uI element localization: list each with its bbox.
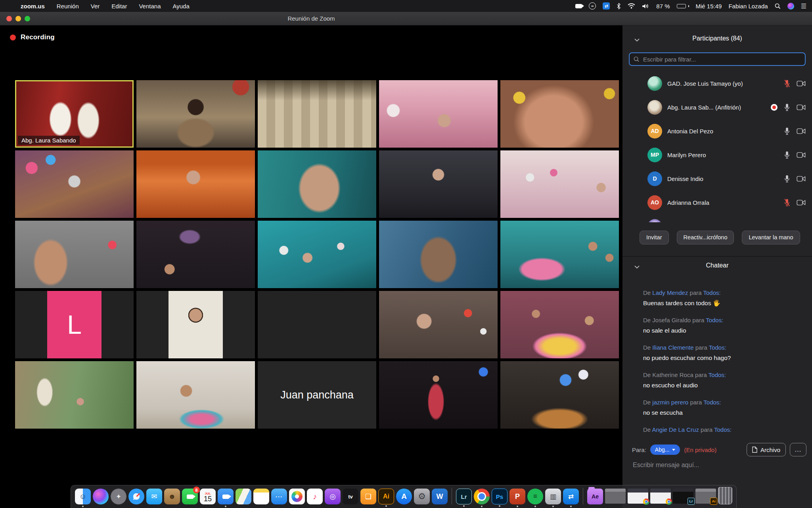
video-tile[interactable] [136, 150, 255, 218]
dock-zoom-icon[interactable] [218, 489, 234, 504]
dock-spotify-icon[interactable]: ≡ [527, 489, 543, 504]
dock-music-icon[interactable]: ♪ [307, 489, 323, 504]
collapse-participants-chevron-icon[interactable] [634, 36, 640, 43]
menu-clock[interactable]: Mié 15:49 [696, 3, 722, 10]
video-tile-laura-sabando[interactable]: Abg. Laura Sabando [15, 80, 134, 148]
dock-notes-icon[interactable] [253, 489, 269, 504]
menu-item-ventana[interactable]: Ventana [139, 3, 161, 10]
dock-teamviewer-icon[interactable]: ⇄ [563, 489, 579, 504]
dock-messages-icon[interactable]: ··· [271, 489, 287, 504]
dock-safari-icon[interactable] [128, 489, 144, 504]
creative-cloud-icon[interactable]: ∞ [589, 2, 596, 10]
dock-minimized-window-illustrator[interactable]: Ai [695, 489, 716, 504]
dock-minimized-window-chrome[interactable] [628, 489, 648, 504]
menu-item-ayuda[interactable]: Ayuda [173, 3, 190, 10]
video-tile[interactable] [258, 80, 376, 148]
spotlight-search-icon[interactable] [775, 3, 781, 9]
video-tile[interactable] [136, 221, 255, 288]
chat-input-area[interactable] [632, 461, 804, 469]
dock-minimized-window-lightroom[interactable]: Lr [673, 489, 693, 504]
dock-siri-icon[interactable] [93, 489, 109, 504]
dock-photos-icon[interactable] [289, 489, 305, 504]
volume-icon[interactable] [642, 3, 649, 9]
filter-participants-input[interactable] [642, 56, 801, 63]
video-tile[interactable] [258, 150, 376, 218]
dock-facetime-icon[interactable]: 8 [182, 489, 198, 504]
dock-minimized-window[interactable] [605, 489, 626, 504]
dock-maps-icon[interactable] [236, 489, 251, 504]
dock-launchpad-icon[interactable]: ✦ [111, 489, 126, 504]
participant-row-partial[interactable] [622, 214, 812, 222]
menu-user-name[interactable]: Fabian Lozada [728, 3, 768, 10]
video-tile[interactable] [258, 221, 376, 288]
dock-lightroom-icon[interactable]: Lr [456, 489, 472, 504]
notification-center-icon[interactable]: ☰ [801, 2, 806, 10]
video-tile-empty[interactable] [258, 291, 376, 358]
video-tile[interactable] [136, 291, 255, 358]
dock-contacts-icon[interactable]: ☻ [164, 489, 180, 504]
video-tile[interactable] [136, 361, 255, 429]
dock-calendar-icon[interactable]: JUL15 [200, 489, 216, 504]
dock-minimized-window-chrome[interactable] [650, 489, 671, 504]
invite-button[interactable]: Invitar [640, 231, 669, 244]
participant-row[interactable]: Abg. Laura Sab... (Anfitrión) [622, 95, 812, 119]
dock-apple-tv-icon[interactable]: tv [343, 489, 358, 504]
dock-disk-drill-icon[interactable]: ▥ [545, 489, 561, 504]
video-tile[interactable] [500, 80, 619, 148]
video-tile[interactable] [15, 221, 134, 288]
participant-row[interactable]: MP Marilyn Perero [622, 143, 812, 167]
siri-icon[interactable] [787, 3, 794, 10]
bluetooth-icon[interactable] [617, 3, 621, 10]
participants-header: Participantes (84) [622, 35, 812, 42]
recording-dot-icon [10, 35, 16, 40]
video-tile-letter-avatar[interactable]: L [15, 291, 134, 358]
participant-row[interactable]: AD Antonia Del Pezo [622, 119, 812, 143]
video-tile[interactable] [379, 291, 498, 358]
participant-row[interactable]: D Denisse Indio [622, 167, 812, 190]
dock-powerpoint-icon[interactable]: P [509, 489, 525, 504]
dock-books-icon[interactable]: ❏ [360, 489, 376, 504]
dock-illustrator-icon[interactable]: Ai [378, 489, 394, 504]
dock-mail-icon[interactable]: ✉ [146, 489, 162, 504]
video-tile[interactable] [379, 361, 498, 429]
send-file-button[interactable]: Archivo [747, 443, 786, 456]
collapse-chat-chevron-icon[interactable] [634, 263, 640, 270]
video-tile[interactable] [500, 361, 619, 429]
participant-row[interactable]: AO Adrianna Orrala [622, 190, 812, 214]
dock-chrome-icon[interactable] [474, 489, 490, 504]
video-tile[interactable] [15, 361, 134, 429]
more-options-button[interactable]: ... [790, 443, 806, 456]
video-tile[interactable] [15, 150, 134, 218]
teamviewer-status-icon[interactable]: ⇄ [603, 2, 610, 10]
dock-podcasts-icon[interactable]: ◎ [325, 489, 341, 504]
menu-item-reunion[interactable]: Reunión [57, 3, 79, 10]
zoom-camera-status-icon[interactable] [575, 4, 582, 8]
video-tile[interactable] [500, 221, 619, 288]
video-tile-juan-panchana[interactable]: Juan panchana [258, 361, 376, 429]
video-tile[interactable] [379, 80, 498, 148]
chat-message-input[interactable] [632, 461, 806, 469]
dock-after-effects-folder-icon[interactable]: Ae [587, 489, 603, 504]
recipient-dropdown[interactable]: Abg... [650, 444, 680, 455]
participant-row[interactable]: GAD. Jose Luis Tamayo (yo) [622, 71, 812, 95]
unmute-mic-button[interactable]: Reactiv...icrófono [677, 231, 734, 244]
menu-app-name[interactable]: zoom.us [21, 3, 45, 10]
video-tile[interactable] [136, 80, 255, 148]
wifi-icon[interactable] [628, 3, 635, 9]
video-tile[interactable] [379, 221, 498, 288]
raise-hand-button[interactable]: Levantar la mano [742, 231, 800, 244]
video-tile[interactable] [500, 150, 619, 218]
dock-photoshop-icon[interactable]: Ps [492, 489, 508, 504]
dock-word-icon[interactable]: W [432, 489, 448, 504]
dock-trash-icon[interactable] [718, 487, 732, 504]
avatar-initials: AO [647, 195, 662, 210]
menu-item-ver[interactable]: Ver [91, 3, 100, 10]
menu-item-editar[interactable]: Editar [111, 3, 127, 10]
video-tile[interactable] [500, 291, 619, 358]
video-tile[interactable] [379, 150, 498, 218]
dock-system-preferences-icon[interactable]: ⚙ [414, 489, 430, 504]
participants-search[interactable] [629, 52, 806, 66]
dock-finder-icon[interactable]: ☺ [75, 489, 91, 504]
dock-app-store-icon[interactable]: A [396, 489, 412, 504]
battery-icon[interactable] [677, 4, 689, 8]
